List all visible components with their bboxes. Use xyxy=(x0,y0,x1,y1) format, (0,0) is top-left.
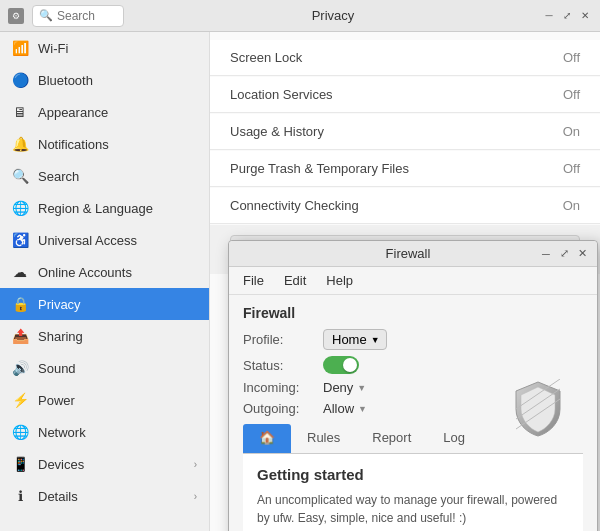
universal-icon: ♿ xyxy=(12,232,28,248)
sidebar-item-devices[interactable]: 📱 Devices › xyxy=(0,448,209,480)
sidebar-item-region[interactable]: 🌐 Region & Language xyxy=(0,192,209,224)
fw-section-title: Firewall xyxy=(243,305,583,321)
fw-content: Getting started An uncomplicated way to … xyxy=(243,454,583,531)
settings-row-connectivity[interactable]: Connectivity Checking On xyxy=(210,188,600,224)
setting-value: Off xyxy=(563,50,580,65)
title-bar-controls: ⚙ xyxy=(8,8,24,24)
sidebar-item-label: Wi-Fi xyxy=(38,41,197,56)
fw-outgoing-value: Allow xyxy=(323,401,354,416)
setting-label: Connectivity Checking xyxy=(230,198,359,213)
chevron-down-icon: ▼ xyxy=(371,335,380,345)
title-bar: ⚙ 🔍 Privacy ─ ⤢ ✕ xyxy=(0,0,600,32)
sidebar-item-sound[interactable]: 🔊 Sound xyxy=(0,352,209,384)
fw-status-row: Status: xyxy=(243,356,583,374)
sidebar-item-universal[interactable]: ♿ Universal Access xyxy=(0,224,209,256)
fw-outgoing-label: Outgoing: xyxy=(243,401,323,416)
fw-profile-value: Home xyxy=(332,332,367,347)
sidebar-item-appearance[interactable]: 🖥 Appearance xyxy=(0,96,209,128)
window-title: Privacy xyxy=(132,8,534,23)
fw-tab-rules[interactable]: Rules xyxy=(291,424,356,453)
appearance-icon: 🖥 xyxy=(12,104,28,120)
sidebar-item-label: Search xyxy=(38,169,197,184)
sidebar-item-network[interactable]: 🌐 Network xyxy=(0,416,209,448)
fw-menu-help[interactable]: Help xyxy=(322,271,357,290)
fw-tab-report[interactable]: Report xyxy=(356,424,427,453)
fw-profile-select[interactable]: Home ▼ xyxy=(323,329,387,350)
fw-profile-row: Profile: Home ▼ xyxy=(243,329,583,350)
close-button[interactable]: ✕ xyxy=(578,9,592,23)
fw-window-controls: ─ ⤢ ✕ xyxy=(539,247,589,261)
power-icon: ⚡ xyxy=(12,392,28,408)
settings-row-usage[interactable]: Usage & History On xyxy=(210,114,600,150)
sidebar-item-label: Sharing xyxy=(38,329,197,344)
fw-menu-file[interactable]: File xyxy=(239,271,268,290)
sidebar-item-sharing[interactable]: 📤 Sharing xyxy=(0,320,209,352)
sidebar-item-privacy[interactable]: 🔒 Privacy xyxy=(0,288,209,320)
sound-icon: 🔊 xyxy=(12,360,28,376)
sidebar: 📶 Wi-Fi 🔵 Bluetooth 🖥 Appearance 🔔 Notif… xyxy=(0,32,210,531)
chevron-down-icon: ▼ xyxy=(358,404,367,414)
fw-content-title: Getting started xyxy=(257,466,569,483)
sidebar-item-label: Power xyxy=(38,393,197,408)
online-icon: ☁ xyxy=(12,264,28,280)
sharing-icon: 📤 xyxy=(12,328,28,344)
setting-value: On xyxy=(563,124,580,139)
fw-minimize-button[interactable]: ─ xyxy=(539,247,553,261)
chevron-right-icon: › xyxy=(194,459,197,470)
setting-label: Purge Trash & Temporary Files xyxy=(230,161,409,176)
sidebar-item-label: Notifications xyxy=(38,137,197,152)
chevron-right-icon: › xyxy=(194,491,197,502)
settings-icon: ⚙ xyxy=(8,8,24,24)
fw-incoming-value: Deny xyxy=(323,380,353,395)
bluetooth-icon: 🔵 xyxy=(12,72,28,88)
fw-close-button[interactable]: ✕ xyxy=(575,247,589,261)
devices-icon: 📱 xyxy=(12,456,28,472)
sidebar-item-label: Devices xyxy=(38,457,184,472)
setting-label: Location Services xyxy=(230,87,333,102)
sidebar-item-label: Details xyxy=(38,489,184,504)
network-icon: 🌐 xyxy=(12,424,28,440)
settings-row-purge[interactable]: Purge Trash & Temporary Files Off xyxy=(210,151,600,187)
sidebar-item-notifications[interactable]: 🔔 Notifications xyxy=(0,128,209,160)
fw-tab-report-label: Report xyxy=(372,430,411,445)
sidebar-item-bluetooth[interactable]: 🔵 Bluetooth xyxy=(0,64,209,96)
search-bar[interactable]: 🔍 xyxy=(32,5,124,27)
search-input[interactable] xyxy=(57,9,117,23)
fw-menu-edit[interactable]: Edit xyxy=(280,271,310,290)
sidebar-item-label: Appearance xyxy=(38,105,197,120)
settings-row-screen-lock[interactable]: Screen Lock Off xyxy=(210,40,600,76)
fw-window-title: Firewall xyxy=(277,246,539,261)
search-icon: 🔍 xyxy=(12,168,28,184)
setting-value: On xyxy=(563,198,580,213)
restore-button[interactable]: ⤢ xyxy=(560,9,574,23)
fw-tab-log-label: Log xyxy=(443,430,465,445)
fw-menubar: File Edit Help xyxy=(229,267,597,295)
fw-status-toggle[interactable] xyxy=(323,356,359,374)
region-icon: 🌐 xyxy=(12,200,28,216)
sidebar-item-wifi[interactable]: 📶 Wi-Fi xyxy=(0,32,209,64)
settings-row-location[interactable]: Location Services Off xyxy=(210,77,600,113)
fw-content-intro: An uncomplicated way to manage your fire… xyxy=(257,491,569,527)
sidebar-item-label: Sound xyxy=(38,361,197,376)
sidebar-item-power[interactable]: ⚡ Power xyxy=(0,384,209,416)
fw-tab-home[interactable]: 🏠 xyxy=(243,424,291,453)
fw-tab-log[interactable]: Log xyxy=(427,424,481,453)
sidebar-item-details[interactable]: ℹ Details › xyxy=(0,480,209,512)
privacy-icon: 🔒 xyxy=(12,296,28,312)
fw-form-area: Profile: Home ▼ Status: Incoming: Deny ▼… xyxy=(243,329,583,416)
fw-incoming-select[interactable]: Deny ▼ xyxy=(323,380,366,395)
setting-value: Off xyxy=(563,161,580,176)
sidebar-item-label: Universal Access xyxy=(38,233,197,248)
sidebar-item-label: Network xyxy=(38,425,197,440)
setting-label: Screen Lock xyxy=(230,50,302,65)
minimize-button[interactable]: ─ xyxy=(542,9,556,23)
fw-profile-label: Profile: xyxy=(243,332,323,347)
sidebar-item-online[interactable]: ☁ Online Accounts xyxy=(0,256,209,288)
fw-restore-button[interactable]: ⤢ xyxy=(557,247,571,261)
sidebar-item-search[interactable]: 🔍 Search xyxy=(0,160,209,192)
fw-incoming-label: Incoming: xyxy=(243,380,323,395)
notifications-icon: 🔔 xyxy=(12,136,28,152)
fw-outgoing-select[interactable]: Allow ▼ xyxy=(323,401,367,416)
chevron-down-icon: ▼ xyxy=(357,383,366,393)
fw-body: Firewall xyxy=(229,295,597,531)
